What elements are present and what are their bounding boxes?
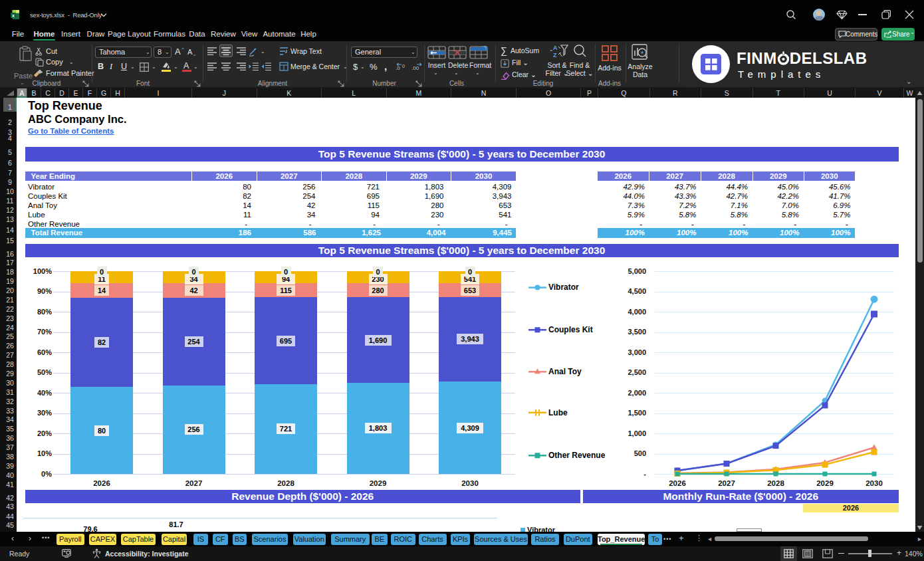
- svg-text:.00: .00: [411, 65, 419, 71]
- svg-text:x: x: [12, 13, 15, 18]
- svg-text:A: A: [553, 45, 558, 51]
- svg-text:.0: .0: [396, 65, 400, 71]
- svg-text:0: 0: [402, 64, 405, 68]
- svg-text:Z: Z: [553, 52, 557, 58]
